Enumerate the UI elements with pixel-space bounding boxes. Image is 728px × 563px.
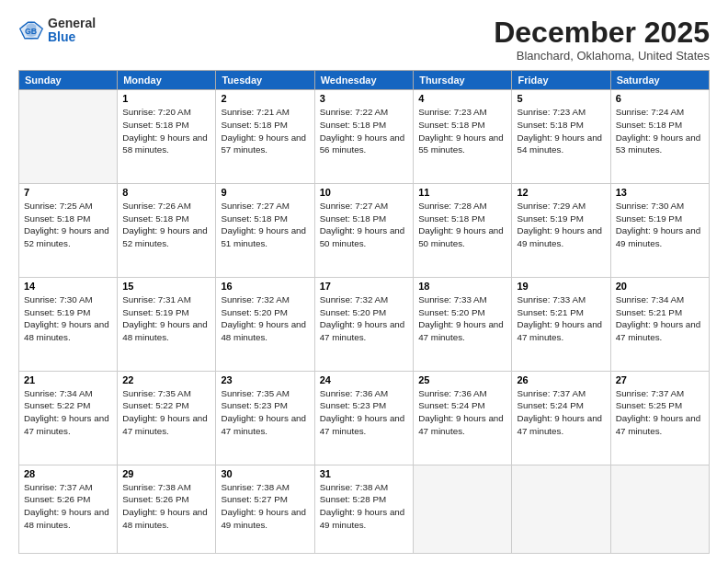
day-info: Sunrise: 7:32 AM Sunset: 5:20 PM Dayligh… xyxy=(221,293,309,344)
day-number: 7 xyxy=(24,187,112,198)
table-row: 29Sunrise: 7:38 AM Sunset: 5:26 PM Dayli… xyxy=(118,465,216,554)
day-number: 10 xyxy=(320,187,409,198)
day-info: Sunrise: 7:32 AM Sunset: 5:20 PM Dayligh… xyxy=(320,293,409,344)
table-row: 15Sunrise: 7:31 AM Sunset: 5:19 PM Dayli… xyxy=(118,277,216,371)
day-number: 18 xyxy=(418,281,506,292)
day-number: 27 xyxy=(616,374,704,385)
day-info: Sunrise: 7:25 AM Sunset: 5:18 PM Dayligh… xyxy=(24,200,112,250)
day-info: Sunrise: 7:29 AM Sunset: 5:19 PM Dayligh… xyxy=(517,200,605,250)
svg-text:GB: GB xyxy=(25,27,37,36)
day-number: 14 xyxy=(24,281,112,292)
col-monday: Monday xyxy=(118,71,216,90)
day-info: Sunrise: 7:34 AM Sunset: 5:21 PM Dayligh… xyxy=(616,293,704,344)
col-sunday: Sunday xyxy=(19,71,118,90)
day-info: Sunrise: 7:36 AM Sunset: 5:23 PM Dayligh… xyxy=(320,387,409,438)
day-info: Sunrise: 7:20 AM Sunset: 5:18 PM Dayligh… xyxy=(122,106,210,156)
day-number: 13 xyxy=(616,187,704,198)
day-number: 19 xyxy=(517,281,605,292)
logo-icon: GB xyxy=(18,17,44,43)
table-row: 24Sunrise: 7:36 AM Sunset: 5:23 PM Dayli… xyxy=(314,371,414,465)
col-tuesday: Tuesday xyxy=(216,71,314,90)
table-row: 2Sunrise: 7:21 AM Sunset: 5:18 PM Daylig… xyxy=(216,90,314,184)
table-row: 13Sunrise: 7:30 AM Sunset: 5:19 PM Dayli… xyxy=(610,184,709,278)
day-info: Sunrise: 7:35 AM Sunset: 5:23 PM Dayligh… xyxy=(221,387,309,438)
logo-text: General Blue xyxy=(48,17,96,45)
table-row: 17Sunrise: 7:32 AM Sunset: 5:20 PM Dayli… xyxy=(314,277,414,371)
day-number: 17 xyxy=(320,281,409,292)
day-number: 1 xyxy=(122,93,210,104)
day-info: Sunrise: 7:30 AM Sunset: 5:19 PM Dayligh… xyxy=(616,200,704,250)
table-row: 7Sunrise: 7:25 AM Sunset: 5:18 PM Daylig… xyxy=(19,184,118,278)
table-row xyxy=(19,90,118,184)
day-info: Sunrise: 7:37 AM Sunset: 5:26 PM Dayligh… xyxy=(24,481,112,532)
day-number: 22 xyxy=(122,374,210,385)
logo-general-text: General xyxy=(48,17,96,30)
table-row: 16Sunrise: 7:32 AM Sunset: 5:20 PM Dayli… xyxy=(216,277,314,371)
table-row: 21Sunrise: 7:34 AM Sunset: 5:22 PM Dayli… xyxy=(19,371,118,465)
day-info: Sunrise: 7:28 AM Sunset: 5:18 PM Dayligh… xyxy=(418,200,506,250)
table-row: 31Sunrise: 7:38 AM Sunset: 5:28 PM Dayli… xyxy=(314,465,414,554)
table-row: 28Sunrise: 7:37 AM Sunset: 5:26 PM Dayli… xyxy=(19,465,118,554)
day-number: 4 xyxy=(418,93,506,104)
table-row: 14Sunrise: 7:30 AM Sunset: 5:19 PM Dayli… xyxy=(19,277,118,371)
table-row: 8Sunrise: 7:26 AM Sunset: 5:18 PM Daylig… xyxy=(118,184,216,278)
table-row: 11Sunrise: 7:28 AM Sunset: 5:18 PM Dayli… xyxy=(414,184,512,278)
day-info: Sunrise: 7:22 AM Sunset: 5:18 PM Dayligh… xyxy=(320,106,409,156)
day-number: 21 xyxy=(24,374,112,385)
day-number: 5 xyxy=(517,93,605,104)
logo: GB General Blue xyxy=(18,17,96,45)
table-row xyxy=(414,465,512,554)
table-row: 19Sunrise: 7:33 AM Sunset: 5:21 PM Dayli… xyxy=(512,277,610,371)
day-info: Sunrise: 7:21 AM Sunset: 5:18 PM Dayligh… xyxy=(221,106,309,156)
day-info: Sunrise: 7:38 AM Sunset: 5:28 PM Dayligh… xyxy=(320,481,409,532)
location: Blanchard, Oklahoma, United States xyxy=(494,49,710,63)
day-info: Sunrise: 7:31 AM Sunset: 5:19 PM Dayligh… xyxy=(122,293,210,344)
table-row: 6Sunrise: 7:24 AM Sunset: 5:18 PM Daylig… xyxy=(610,90,709,184)
col-saturday: Saturday xyxy=(610,71,709,90)
table-row: 18Sunrise: 7:33 AM Sunset: 5:20 PM Dayli… xyxy=(414,277,512,371)
day-info: Sunrise: 7:34 AM Sunset: 5:22 PM Dayligh… xyxy=(24,387,112,438)
day-number: 11 xyxy=(418,187,506,198)
day-number: 2 xyxy=(221,93,309,104)
header: GB General Blue December 2025 Blanchard,… xyxy=(18,17,710,63)
day-info: Sunrise: 7:24 AM Sunset: 5:18 PM Dayligh… xyxy=(616,106,704,156)
day-number: 28 xyxy=(24,468,112,479)
table-row: 3Sunrise: 7:22 AM Sunset: 5:18 PM Daylig… xyxy=(314,90,414,184)
day-info: Sunrise: 7:37 AM Sunset: 5:24 PM Dayligh… xyxy=(517,387,605,438)
day-number: 30 xyxy=(221,468,309,479)
table-row: 23Sunrise: 7:35 AM Sunset: 5:23 PM Dayli… xyxy=(216,371,314,465)
day-info: Sunrise: 7:37 AM Sunset: 5:25 PM Dayligh… xyxy=(616,387,704,438)
col-wednesday: Wednesday xyxy=(314,71,414,90)
table-row: 30Sunrise: 7:38 AM Sunset: 5:27 PM Dayli… xyxy=(216,465,314,554)
table-row xyxy=(512,465,610,554)
day-number: 26 xyxy=(517,374,605,385)
col-friday: Friday xyxy=(512,71,610,90)
day-info: Sunrise: 7:23 AM Sunset: 5:18 PM Dayligh… xyxy=(418,106,506,156)
title-block: December 2025 Blanchard, Oklahoma, Unite… xyxy=(494,17,710,63)
day-number: 6 xyxy=(616,93,704,104)
day-number: 20 xyxy=(616,281,704,292)
day-info: Sunrise: 7:38 AM Sunset: 5:26 PM Dayligh… xyxy=(122,481,210,532)
table-row: 22Sunrise: 7:35 AM Sunset: 5:22 PM Dayli… xyxy=(118,371,216,465)
day-number: 9 xyxy=(221,187,309,198)
day-number: 15 xyxy=(122,281,210,292)
day-info: Sunrise: 7:36 AM Sunset: 5:24 PM Dayligh… xyxy=(418,387,506,438)
day-info: Sunrise: 7:35 AM Sunset: 5:22 PM Dayligh… xyxy=(122,387,210,438)
table-row: 25Sunrise: 7:36 AM Sunset: 5:24 PM Dayli… xyxy=(414,371,512,465)
day-number: 31 xyxy=(320,468,409,479)
day-number: 24 xyxy=(320,374,409,385)
table-row: 10Sunrise: 7:27 AM Sunset: 5:18 PM Dayli… xyxy=(314,184,414,278)
table-row: 27Sunrise: 7:37 AM Sunset: 5:25 PM Dayli… xyxy=(610,371,709,465)
calendar-page: GB General Blue December 2025 Blanchard,… xyxy=(0,0,728,563)
calendar-table: Sunday Monday Tuesday Wednesday Thursday… xyxy=(18,70,710,554)
day-number: 3 xyxy=(320,93,409,104)
day-number: 25 xyxy=(418,374,506,385)
day-info: Sunrise: 7:27 AM Sunset: 5:18 PM Dayligh… xyxy=(221,200,309,250)
day-number: 8 xyxy=(122,187,210,198)
table-row: 20Sunrise: 7:34 AM Sunset: 5:21 PM Dayli… xyxy=(610,277,709,371)
month-title: December 2025 xyxy=(494,17,710,49)
table-row: 12Sunrise: 7:29 AM Sunset: 5:19 PM Dayli… xyxy=(512,184,610,278)
day-number: 16 xyxy=(221,281,309,292)
day-info: Sunrise: 7:33 AM Sunset: 5:20 PM Dayligh… xyxy=(418,293,506,344)
day-info: Sunrise: 7:23 AM Sunset: 5:18 PM Dayligh… xyxy=(517,106,605,156)
